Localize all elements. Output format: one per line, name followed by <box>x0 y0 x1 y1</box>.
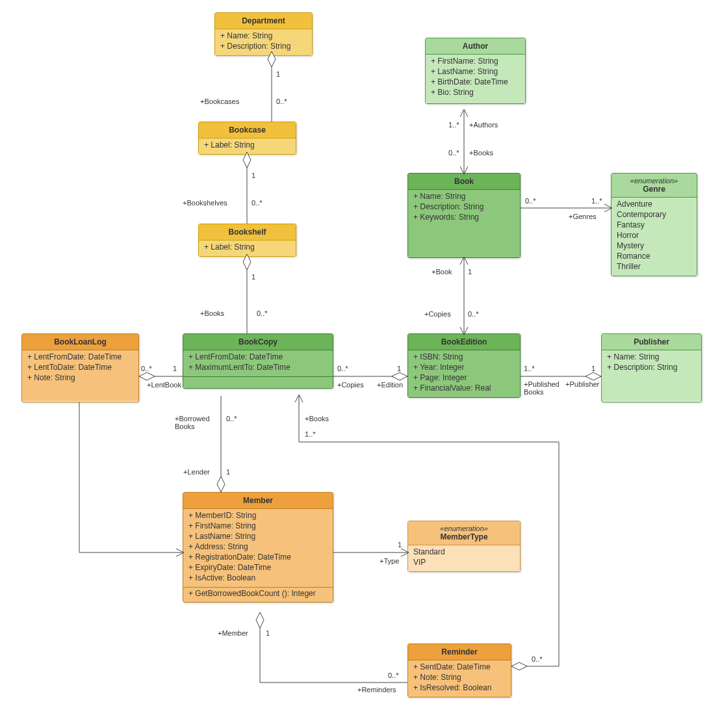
class-author: Author + FirstName: String + LastName: S… <box>425 38 526 104</box>
role: +Type <box>380 557 399 565</box>
role: +Books <box>305 415 329 422</box>
mult: 0..* <box>468 310 479 318</box>
class-body: + Name: String + Description: String <box>602 350 701 401</box>
mult: 1..* <box>524 365 535 372</box>
mult: 1 <box>397 365 401 372</box>
class-body: Adventure Contemporary Fantasy Horror My… <box>612 198 697 276</box>
class-title: Department <box>215 13 312 29</box>
class-body: + MemberID: String + FirstName: String +… <box>183 509 333 587</box>
role: +Books <box>200 309 224 317</box>
mult: 0..* <box>226 415 237 422</box>
class-bookedition: BookEdition + ISBN: String + Year: Integ… <box>407 333 521 398</box>
class-genre: «enumeration»Genre Adventure Contemporar… <box>611 173 697 276</box>
mult: 1 <box>173 365 177 372</box>
mult: 1 <box>266 629 270 637</box>
role: +Publisher <box>565 380 599 388</box>
role: +Member <box>218 629 248 637</box>
class-title: Publisher <box>602 334 701 350</box>
class-bookcopy: BookCopy + LentFromDate: DateTime + Maxi… <box>183 333 333 389</box>
class-body: + SentDate: DateTime + Note: String + Is… <box>408 660 511 697</box>
role: +Genres <box>569 213 597 220</box>
role: +Copies <box>337 381 364 389</box>
class-body: + Label: String <box>199 138 296 154</box>
class-body: + LentFromDate: DateTime + MaximumLentTo… <box>183 350 333 376</box>
class-title: Bookcase <box>199 122 296 138</box>
role: +Bookshelves <box>183 199 227 207</box>
mult: 1..* <box>591 197 602 205</box>
mult: 1 <box>251 172 255 179</box>
mult: 1 <box>468 268 472 276</box>
mult: 0..* <box>337 365 348 372</box>
class-bookloanlog: BookLoanLog + LentFromDate: DateTime + L… <box>21 333 139 402</box>
class-membertype: «enumeration»MemberType Standard VIP <box>407 521 521 572</box>
class-body: + Label: String <box>199 240 296 256</box>
mult: 0..* <box>448 149 459 157</box>
class-member: Member + MemberID: String + FirstName: S… <box>183 492 333 603</box>
class-title: «enumeration»Genre <box>612 174 697 198</box>
class-title: Bookshelf <box>199 224 296 240</box>
class-title: BookEdition <box>408 334 520 350</box>
mult: 0..* <box>141 365 152 372</box>
class-title: Reminder <box>408 644 511 660</box>
class-body: + FirstName: String + LastName: String +… <box>426 55 525 103</box>
class-body: + LentFromDate: DateTime + LentToDate: D… <box>22 350 138 401</box>
role: +LentBook <box>147 381 181 389</box>
role: +Borrowed Books <box>175 415 210 430</box>
role: +Copies <box>424 310 451 318</box>
mult: 1..* <box>448 121 459 129</box>
class-body: + Name: String + Description: String + K… <box>408 190 520 257</box>
role: +Books <box>469 149 493 157</box>
class-title: Book <box>408 174 520 190</box>
class-body: + ISBN: String + Year: Integer + Page: I… <box>408 350 520 397</box>
mult: 1 <box>276 70 280 78</box>
class-title: Author <box>426 38 525 55</box>
role: +Authors <box>469 121 498 129</box>
class-reminder: Reminder + SentDate: DateTime + Note: St… <box>407 644 511 697</box>
class-department: Department + Name: String + Description:… <box>214 12 313 56</box>
mult: 1 <box>251 273 255 281</box>
class-body: Standard VIP <box>408 545 520 571</box>
role: +Bookcases <box>200 98 239 105</box>
mult: 0..* <box>388 671 399 679</box>
class-book: Book + Name: String + Description: Strin… <box>407 173 521 258</box>
role: +Edition <box>377 381 403 389</box>
role: +Reminders <box>357 686 396 694</box>
class-title: Member <box>183 493 333 509</box>
class-title: «enumeration»MemberType <box>408 521 520 545</box>
mult: 1 <box>398 541 402 549</box>
mult: 0..* <box>532 655 543 663</box>
role: +Book <box>432 268 452 276</box>
mult: 1..* <box>305 430 316 438</box>
mult: 0..* <box>251 199 263 207</box>
class-title: BookLoanLog <box>22 334 138 350</box>
role: +Published Books <box>524 380 560 396</box>
mult: 0..* <box>257 309 268 317</box>
role: +Lender <box>183 468 210 476</box>
class-ops <box>183 376 333 388</box>
class-title: BookCopy <box>183 334 333 350</box>
class-bookcase: Bookcase + Label: String <box>198 122 296 155</box>
class-publisher: Publisher + Name: String + Description: … <box>601 333 702 402</box>
class-ops: + GetBorrowedBookCount (): Integer <box>183 587 333 602</box>
mult: 1 <box>226 468 230 476</box>
class-body: + Name: String + Description: String <box>215 29 312 55</box>
class-bookshelf: Bookshelf + Label: String <box>198 224 296 257</box>
mult: 0..* <box>525 197 536 205</box>
mult: 1 <box>591 365 595 372</box>
mult: 0..* <box>276 98 287 105</box>
